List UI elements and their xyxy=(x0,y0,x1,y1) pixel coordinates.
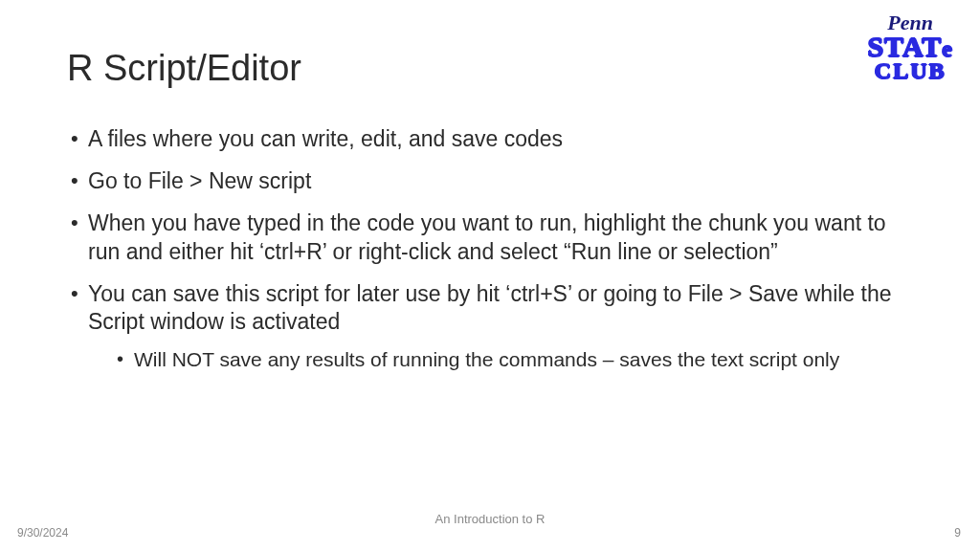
footer-date: 9/30/2024 xyxy=(17,526,68,540)
slide-title: R Script/Editor xyxy=(67,48,913,89)
bullet-item: A files where you can write, edit, and s… xyxy=(67,125,913,154)
sub-bullet-item: Will NOT save any results of running the… xyxy=(115,346,913,372)
logo-line2: STATe xyxy=(867,33,953,61)
bullet-item: You can save this script for later use b… xyxy=(67,280,913,373)
bullet-text: You can save this script for later use b… xyxy=(88,281,892,335)
bullet-list: A files where you can write, edit, and s… xyxy=(67,125,913,373)
footer-page-number: 9 xyxy=(954,526,961,540)
sub-bullet-list: Will NOT save any results of running the… xyxy=(88,346,913,372)
bullet-text: Go to File > New script xyxy=(88,168,311,193)
logo-penn-state-club: Penn STATe CLUB xyxy=(867,13,953,82)
footer-title: An Introduction to R xyxy=(0,512,980,526)
bullet-text: When you have typed in the code you want… xyxy=(88,210,886,264)
slide: Penn STATe CLUB R Script/Editor A files … xyxy=(0,0,980,551)
sub-bullet-text: Will NOT save any results of running the… xyxy=(134,348,839,370)
bullet-text: A files where you can write, edit, and s… xyxy=(88,126,563,151)
bullet-item: Go to File > New script xyxy=(67,167,913,196)
logo-line3: CLUB xyxy=(867,60,953,82)
bullet-item: When you have typed in the code you want… xyxy=(67,209,913,267)
